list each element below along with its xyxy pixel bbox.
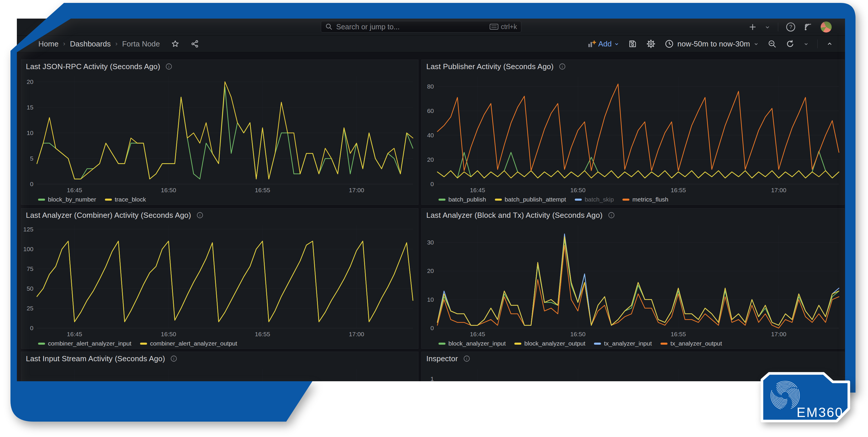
svg-text:80: 80 xyxy=(427,83,434,90)
help-icon[interactable]: ? xyxy=(786,22,796,32)
svg-text:60: 60 xyxy=(427,107,434,114)
panel-title[interactable]: Inspector xyxy=(426,354,458,363)
legend-item[interactable]: tx_analyzer_input xyxy=(594,340,652,347)
legend-item[interactable]: tx_analyzer_output xyxy=(660,340,722,347)
legend-label: batch_skip xyxy=(585,196,614,203)
info-icon[interactable]: i xyxy=(165,63,172,70)
svg-text:16:45: 16:45 xyxy=(470,187,485,193)
legend-swatch xyxy=(622,199,629,201)
time-series-chart[interactable]: 16:4516:5016:5517:0005101520 xyxy=(21,73,418,195)
legend-item[interactable]: metrics_flush xyxy=(622,196,669,203)
gear-icon[interactable] xyxy=(646,39,656,49)
info-icon[interactable]: i xyxy=(170,355,177,362)
legend-item[interactable]: batch_skip xyxy=(575,196,614,203)
legend-swatch xyxy=(514,343,521,345)
svg-text:20: 20 xyxy=(27,78,33,85)
panel-title[interactable]: Last Analyzer (Block and Tx) Activity (S… xyxy=(426,211,603,220)
breadcrumb-home[interactable]: Home xyxy=(38,39,58,48)
favorite-star-icon[interactable] xyxy=(171,39,180,48)
legend-item[interactable]: block_analyzer_output xyxy=(514,340,585,347)
search-icon xyxy=(325,23,333,31)
time-range-picker[interactable]: now-50m to now-30m xyxy=(664,39,759,48)
panel-title[interactable]: Last Publisher Activity (Seconds Ago) xyxy=(426,62,554,71)
legend-label: tx_analyzer_output xyxy=(671,340,722,347)
grafana-dashboard: Search or jump to... ctrl+k xyxy=(17,19,845,381)
info-icon[interactable]: i xyxy=(559,63,566,70)
legend-item[interactable]: combiner_alert_analyzer_input xyxy=(38,340,131,347)
legend-swatch xyxy=(438,199,445,201)
svg-text:100: 100 xyxy=(23,246,33,252)
breadcrumb: Home › Dashboards › Forta Node xyxy=(17,39,199,48)
svg-text:5: 5 xyxy=(30,155,33,162)
panel-title[interactable]: Last Analyzer (Combiner) Activity (Secon… xyxy=(26,211,191,220)
legend-swatch xyxy=(140,343,147,345)
svg-text:75: 75 xyxy=(27,265,33,272)
info-icon[interactable]: i xyxy=(196,212,204,218)
legend-item[interactable]: batch_publish xyxy=(438,196,486,203)
swirl-logo-icon xyxy=(765,375,805,415)
svg-text:0: 0 xyxy=(30,325,33,331)
svg-text:125: 125 xyxy=(23,226,33,233)
svg-text:i: i xyxy=(562,64,563,69)
chevron-up-icon[interactable] xyxy=(827,41,833,47)
breadcrumb-current: Forta Node xyxy=(122,39,160,48)
svg-text:i: i xyxy=(611,213,612,217)
panel: Last Publisher Activity (Seconds Ago)i16… xyxy=(421,60,844,205)
keyboard-icon xyxy=(490,24,498,30)
legend-item[interactable]: trace_block xyxy=(105,196,146,203)
svg-text:17:00: 17:00 xyxy=(771,331,786,337)
panel-title[interactable]: Last JSON-RPC Activity (Seconds Ago) xyxy=(26,62,160,71)
toolbar-actions: Add xyxy=(587,39,845,49)
svg-text:?: ? xyxy=(789,24,792,30)
time-series-chart[interactable]: 16:4516:5016:5517:000102030 xyxy=(422,222,844,339)
svg-text:17:00: 17:00 xyxy=(349,331,364,337)
svg-text:17:00: 17:00 xyxy=(349,187,364,193)
time-series-chart[interactable]: 16:4516:5016:5517:00020406080 xyxy=(422,73,844,195)
info-icon[interactable]: i xyxy=(608,212,615,218)
legend: block_analyzer_inputblock_analyzer_outpu… xyxy=(422,339,844,348)
divider xyxy=(817,39,818,48)
svg-text:16:50: 16:50 xyxy=(570,331,586,337)
time-series-chart[interactable]: 1 xyxy=(422,365,844,381)
zoom-out-icon[interactable] xyxy=(768,39,777,48)
legend-label: block_by_number xyxy=(48,196,96,203)
legend-label: block_analyzer_input xyxy=(448,340,506,347)
info-icon[interactable]: i xyxy=(463,355,470,362)
add-button[interactable]: Add xyxy=(587,39,619,48)
avatar[interactable] xyxy=(820,22,832,33)
legend-swatch xyxy=(575,199,582,201)
legend-item[interactable]: combiner_alert_analyzer_output xyxy=(140,340,237,347)
search-placeholder: Search or jump to... xyxy=(336,23,490,31)
panel-title[interactable]: Last Input Stream Activity (Seconds Ago) xyxy=(26,354,165,363)
share-icon[interactable] xyxy=(191,39,199,48)
breadcrumb-dashboards[interactable]: Dashboards xyxy=(70,39,111,48)
legend-item[interactable]: block_by_number xyxy=(38,196,96,203)
clock-icon xyxy=(664,39,674,48)
legend-label: combiner_alert_analyzer_output xyxy=(150,340,237,347)
chevron-down-icon[interactable] xyxy=(765,24,770,30)
refresh-icon[interactable] xyxy=(785,39,795,48)
legend-swatch xyxy=(105,199,112,201)
svg-text:16:50: 16:50 xyxy=(161,331,176,337)
time-series-chart[interactable]: 16:4516:5016:5517:000255075100125 xyxy=(21,222,418,339)
brand-text: EM360 xyxy=(797,405,843,420)
shortcut-hint: ctrl+k xyxy=(490,23,517,31)
svg-text:40: 40 xyxy=(427,132,434,138)
news-icon[interactable] xyxy=(803,22,813,32)
legend-item[interactable]: block_analyzer_input xyxy=(438,340,506,347)
chevron-down-icon[interactable] xyxy=(804,41,809,46)
legend-swatch xyxy=(594,343,601,345)
legend-label: batch_publish xyxy=(448,196,486,203)
page: Search or jump to... ctrl+k xyxy=(0,0,868,437)
legend-item[interactable]: batch_publish_attempt xyxy=(495,196,566,203)
legend-label: block_analyzer_output xyxy=(524,340,585,347)
svg-text:25: 25 xyxy=(27,305,33,311)
legend-swatch xyxy=(438,343,445,345)
chevron-down-icon xyxy=(614,41,619,46)
legend-swatch xyxy=(660,343,668,345)
plus-icon[interactable] xyxy=(748,23,757,31)
time-series-chart[interactable] xyxy=(21,365,418,381)
save-icon[interactable] xyxy=(628,39,637,48)
search-input[interactable]: Search or jump to... ctrl+k xyxy=(321,21,521,33)
panel: Inspectori1 xyxy=(421,351,844,381)
